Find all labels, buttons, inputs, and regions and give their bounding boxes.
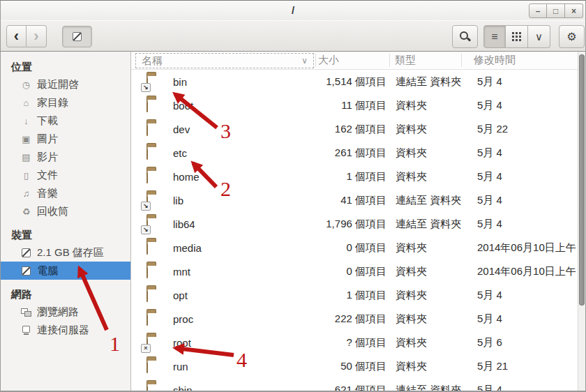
close-button[interactable]: × — [565, 3, 583, 18]
sidebar-section-devices: 裝置 2.1 GB 儲存區電腦 — [1, 226, 130, 280]
settings-button[interactable]: ⚙ — [559, 25, 585, 48]
file-row-sbin[interactable]: ↘sbin621 個項目連結至 資料夾5月 4 — [131, 378, 585, 391]
file-icon-cell — [146, 242, 173, 254]
symlink-emblem-icon: ↘ — [141, 391, 151, 392]
file-row-mnt[interactable]: mnt0 個項目資料夾2014年06月10日上午 — [131, 259, 585, 283]
sidebar-item-下載[interactable]: ↓下載 — [1, 112, 130, 130]
pictures-icon: ▣ — [20, 134, 33, 144]
folder-icon: ↘ — [146, 384, 148, 392]
symlink-emblem-icon: ↘ — [141, 83, 151, 92]
file-type: 連結至 資料夾 — [386, 218, 474, 231]
sidebar-item-連接伺服器[interactable]: 連接伺服器 — [1, 321, 130, 339]
column-header-name-label: 名稱 — [142, 54, 163, 68]
column-header-name[interactable]: 名稱 ∨ — [135, 53, 314, 68]
file-row-run[interactable]: run50 個項目資料夾5月 21 — [131, 354, 585, 378]
column-header-type[interactable]: 類型 — [389, 54, 461, 67]
server-icon — [20, 326, 33, 335]
sidebar-item-瀏覽網路[interactable]: 瀏覽網路 — [1, 303, 130, 321]
navigation-buttons: ‹ › — [6, 25, 47, 47]
sidebar-item-影片[interactable]: ▤影片 — [1, 148, 130, 166]
file-icon-cell: × — [146, 337, 173, 349]
grid-view-button[interactable] — [506, 25, 528, 48]
drive-icon — [73, 32, 82, 41]
file-size: 0 個項目 — [303, 241, 386, 255]
file-row-lib[interactable]: ↘lib41 個項目連結至 資料夾5月 4 — [131, 188, 585, 212]
sidebar-item-label: 家目錄 — [37, 96, 68, 110]
column-header-modified[interactable]: 修改時間 — [461, 54, 585, 67]
list-header: 名稱 ∨ 大小 類型 修改時間 — [131, 52, 585, 70]
maximize-button[interactable]: □ — [547, 3, 565, 18]
folder-icon: ↘ — [146, 194, 148, 207]
file-row-home[interactable]: home1 個項目資料夾5月 4 — [131, 165, 585, 188]
sidebar-item-label: 影片 — [37, 151, 58, 164]
view-switcher: ≡ ∨ — [483, 25, 550, 48]
file-name: root — [173, 337, 303, 349]
scrollbar[interactable] — [578, 52, 585, 391]
file-name: etc — [173, 147, 303, 159]
folder-icon — [146, 312, 148, 326]
window-controls: – □ × — [529, 3, 583, 18]
sidebar-heading-places: 位置 — [1, 58, 130, 75]
forward-button[interactable]: › — [27, 25, 47, 47]
sidebar-item-圖片[interactable]: ▣圖片 — [1, 130, 130, 148]
location-pathbar-button[interactable] — [62, 26, 92, 47]
column-header-size[interactable]: 大小 — [315, 54, 389, 67]
file-size: 1,514 個項目 — [303, 75, 386, 89]
file-icon-cell — [146, 100, 173, 112]
sidebar-item-最近開啓[interactable]: ◷最近開啓 — [1, 75, 130, 93]
folder-icon — [146, 99, 148, 112]
network-icon — [20, 308, 33, 317]
file-icon-cell: ↘ — [146, 384, 173, 392]
file-modified: 5月 6 — [474, 336, 585, 349]
sidebar-item-2.1 GB 儲存區[interactable]: 2.1 GB 儲存區 — [1, 243, 130, 262]
search-button[interactable] — [452, 25, 478, 48]
home-icon: ⌂ — [20, 98, 33, 108]
file-row-media[interactable]: media0 個項目資料夾2014年06月10日上午 — [131, 236, 585, 259]
sidebar-item-音樂[interactable]: ♫音樂 — [1, 184, 130, 202]
file-type: 連結至 資料夾 — [386, 194, 474, 207]
file-type: 資料夾 — [386, 312, 474, 326]
file-size: 1 個項目 — [303, 289, 386, 302]
file-name: mnt — [173, 266, 303, 278]
back-button[interactable]: ‹ — [6, 25, 27, 47]
file-icon-cell: ↘ — [146, 218, 173, 230]
sidebar-item-文件[interactable]: ▯文件 — [1, 166, 130, 184]
sidebar-item-label: 最近開啓 — [37, 78, 79, 91]
file-row-opt[interactable]: opt1 個項目資料夾5月 4 — [131, 283, 585, 307]
file-size: 621 個項目 — [303, 384, 386, 392]
file-modified: 5月 4 — [474, 170, 585, 183]
file-type: 資料夾 — [386, 265, 474, 278]
file-row-dev[interactable]: dev162 個項目資料夾5月 22 — [131, 117, 585, 141]
file-row-bin[interactable]: ↘bin1,514 個項目連結至 資料夾5月 4 — [131, 70, 585, 93]
sidebar-item-回收筒[interactable]: ♻回收筒 — [1, 202, 130, 220]
file-row-etc[interactable]: etc261 個項目資料夾5月 4 — [131, 141, 585, 165]
clock-icon: ◷ — [20, 80, 33, 90]
list-view-button[interactable]: ≡ — [483, 25, 506, 48]
file-row-proc[interactable]: proc222 個項目資料夾5月 4 — [131, 307, 585, 331]
file-row-boot[interactable]: boot11 個項目資料夾5月 4 — [131, 93, 585, 117]
file-modified: 2014年06月10日上午 — [474, 241, 585, 255]
music-icon: ♫ — [20, 188, 33, 199]
file-icon-cell — [146, 266, 173, 278]
minimize-button[interactable]: – — [529, 3, 547, 18]
main-area: 位置 ◷最近開啓⌂家目錄↓下載▣圖片▤影片▯文件♫音樂♻回收筒 裝置 2.1 G… — [1, 52, 585, 391]
file-modified: 5月 4 — [474, 146, 585, 160]
sidebar-item-label: 音樂 — [37, 187, 58, 200]
file-type: 資料夾 — [386, 99, 474, 112]
file-name: proc — [173, 313, 303, 325]
sidebar-item-電腦[interactable]: 電腦 — [1, 262, 130, 280]
folder-icon — [146, 170, 148, 183]
file-modified: 5月 4 — [474, 384, 585, 392]
file-name: lib64 — [173, 218, 303, 230]
file-name: media — [173, 242, 303, 254]
view-options-button[interactable]: ∨ — [528, 25, 550, 48]
sidebar-item-家目錄[interactable]: ⌂家目錄 — [1, 93, 130, 112]
sidebar-heading-devices: 裝置 — [1, 226, 130, 243]
scrollbar-thumb[interactable] — [579, 54, 585, 306]
file-name: run — [173, 361, 303, 372]
file-size: 41 個項目 — [303, 194, 386, 207]
file-type: 連結至 資料夾 — [386, 384, 474, 392]
file-modified: 5月 4 — [474, 194, 585, 207]
file-row-root[interactable]: ×root? 個項目資料夾5月 6 — [131, 331, 585, 354]
file-row-lib64[interactable]: ↘lib641,796 個項目連結至 資料夾5月 4 — [131, 212, 585, 236]
